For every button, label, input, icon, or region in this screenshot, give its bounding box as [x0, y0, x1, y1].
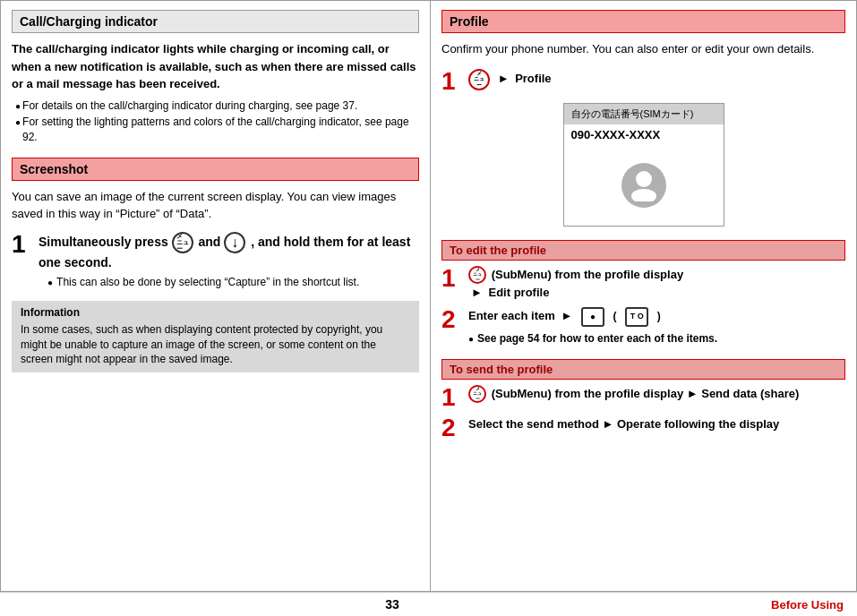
info-title: Information	[21, 306, 410, 319]
step-1-content: Simultaneously press メニュー and ↓ , and ho…	[39, 232, 419, 292]
right-column: Profile Confirm your phone number. You c…	[431, 1, 856, 591]
screenshot-title: Screenshot	[12, 158, 419, 181]
avatar-icon	[621, 163, 666, 208]
footer-page: 33	[385, 597, 399, 612]
profile-card-number: 090-XXXX-XXXX	[564, 124, 724, 145]
edit-step2-bullet-text: See page 54 for how to enter each of the…	[477, 330, 717, 346]
step-1-row: 1 Simultaneously press メニュー and ↓ , and …	[12, 232, 419, 292]
paren-close: )	[657, 310, 661, 322]
edit-step1-text-a: (SubMenu) from the profile display	[492, 268, 684, 281]
edit-step2-text: Enter each item	[468, 309, 555, 322]
call-charging-bullet-2: For setting the lighting patterns and co…	[12, 115, 419, 145]
menu-icon-label: メニュー	[176, 233, 189, 252]
edit-step1-arrow: ►	[471, 286, 483, 299]
step-1-text: Simultaneously press メニュー and ↓ , and ho…	[39, 232, 419, 272]
profile-card-avatar	[564, 145, 724, 226]
sub-step-1-text: This can also be done by selecting “Capt…	[56, 276, 359, 288]
svg-point-1	[631, 189, 656, 201]
profile-step1-row: 1 メニュー ► Profile	[441, 69, 845, 94]
edit-step2-row: 2 Enter each item ► ( T O ) See page 54 …	[441, 307, 845, 350]
edit-step1-content: メニュー (SubMenu) from the profile display …	[468, 266, 845, 302]
screenshot-body: You can save an image of the current scr…	[12, 188, 419, 223]
information-box: Information In some cases, such as when …	[12, 301, 419, 372]
profile-card: 自分の電話番号(SIMカード) 090-XXXX-XXXX	[563, 103, 724, 227]
profile-step1-text: Profile	[515, 72, 551, 85]
key-icon-step1: ↓	[224, 232, 245, 253]
step-1-text-and: and	[199, 235, 225, 249]
edit-step2-bullet: See page 54 for how to enter each of the…	[468, 330, 845, 346]
menu-icon-profile: メニュー	[468, 69, 490, 90]
info-text: In some cases, such as when displaying c…	[21, 322, 410, 367]
svg-point-0	[636, 171, 652, 187]
profile-step1-num: 1	[441, 69, 461, 94]
edit-step1-text-b: Edit profile	[489, 286, 550, 299]
send-step2-content: Select the send method ► Operate followi…	[468, 415, 845, 433]
menu-icon-step1: メニュー	[172, 232, 193, 253]
edit-step2-content: Enter each item ► ( T O ) See page 54 fo…	[468, 307, 845, 350]
step-1-number: 1	[12, 232, 31, 257]
profile-title: Profile	[441, 10, 845, 33]
edit-step2-num: 2	[441, 307, 461, 332]
send-step2-text: Select the send method ► Operate followi…	[468, 417, 779, 431]
send-step1-text: (SubMenu) from the profile display ► Sen…	[492, 387, 800, 400]
step-1-text-part1: Simultaneously press	[39, 235, 168, 249]
confirm-text: Confirm your phone number. You can also …	[441, 40, 845, 58]
send-step1-num: 1	[441, 385, 461, 410]
send-step2-row: 2 Select the send method ► Operate follo…	[441, 415, 845, 441]
edit-step1-num: 1	[441, 266, 461, 291]
edit-step1-row: 1 メニュー (SubMenu) from the profile displa…	[441, 266, 845, 302]
menu-icon-send1: メニュー	[468, 385, 486, 403]
call-charging-title: Call/Charging indicator	[12, 10, 419, 33]
send-step2-num: 2	[441, 415, 461, 441]
footer-label: Before Using	[771, 598, 844, 612]
camera-icon	[581, 307, 604, 327]
profile-step1-arrow: ►	[498, 72, 510, 85]
call-charging-bullet-1: For details on the call/charging indicat…	[12, 98, 419, 114]
left-column: Call/Charging indicator The call/chargin…	[1, 1, 431, 591]
send-step1-content: メニュー (SubMenu) from the profile display …	[468, 385, 845, 404]
footer: 33 Before Using	[0, 592, 857, 616]
menu-icon-edit1: メニュー	[468, 266, 486, 284]
sub-step-1: This can also be done by selecting “Capt…	[47, 276, 419, 288]
profile-step1-content: メニュー ► Profile	[468, 69, 845, 90]
tv-icon: T O	[625, 307, 648, 327]
edit-step2-arrow: ►	[561, 309, 572, 322]
call-charging-body: The call/charging indicator lights while…	[12, 40, 419, 93]
send-step1-row: 1 メニュー (SubMenu) from the profile displa…	[441, 385, 845, 410]
edit-profile-title: To edit the profile	[441, 240, 845, 261]
send-profile-title: To send the profile	[441, 359, 845, 380]
profile-card-header: 自分の電話番号(SIMカード)	[564, 104, 724, 124]
paren-open: (	[613, 310, 617, 322]
